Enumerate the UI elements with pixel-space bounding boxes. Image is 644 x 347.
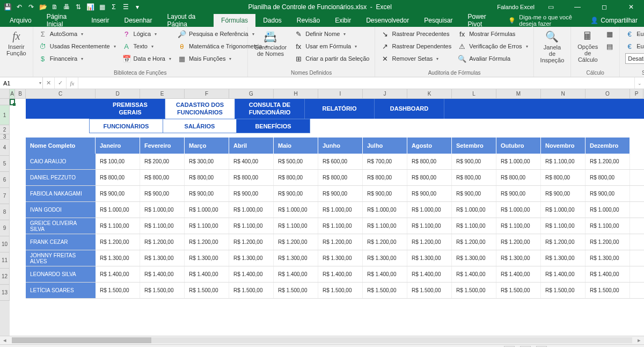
- calc-options-button[interactable]: 🖩 Opções de Cálculo: [574, 28, 601, 69]
- column-header-P[interactable]: P: [630, 89, 643, 99]
- lib-data-e-hora-button[interactable]: 📅Data e Hora▾: [120, 53, 173, 64]
- data-cell[interactable]: R$ 1.000,00: [363, 202, 407, 218]
- ribbon-tab-layout-da-página[interactable]: Layout da Página: [160, 14, 214, 27]
- data-cell[interactable]: R$ 1.200,00: [96, 234, 140, 250]
- ribbon-tab-pesquisar[interactable]: Pesquisar: [416, 14, 460, 27]
- employee-name-cell[interactable]: DANIEL PEZZUTO: [26, 170, 96, 185]
- maximize-icon[interactable]: ◻: [594, 0, 615, 14]
- employee-name-cell[interactable]: GREICE OLIVEIRA SILVA: [26, 218, 96, 234]
- data-cell[interactable]: R$ 1.500,00: [586, 283, 630, 298]
- data-cell[interactable]: R$ 1.100,00: [586, 218, 630, 234]
- employee-name-cell[interactable]: LETÍCIA SOARES: [26, 283, 96, 298]
- data-cell[interactable]: R$ 800,00: [274, 170, 318, 185]
- qat-pivot-icon[interactable]: ▦: [97, 2, 107, 12]
- names-usar-em-fórmula-button[interactable]: fxUsar em Fórmula▾: [292, 40, 371, 52]
- row-header-[interactable]: [0, 99, 10, 105]
- main-nav-button[interactable]: CADASTRO DOSFUNCIONÁRIOS: [165, 99, 235, 119]
- data-cell[interactable]: R$ 1.200,00: [452, 234, 496, 250]
- ribbon-tab-dados[interactable]: Dados: [255, 14, 289, 27]
- select-all-corner[interactable]: [0, 89, 10, 99]
- ribbon-tab-desenhar[interactable]: Desenhar: [117, 14, 160, 27]
- share-button[interactable]: 👤Compartilhar: [584, 14, 644, 27]
- data-cell[interactable]: R$ 800,00: [318, 170, 363, 185]
- euro-conversion-button[interactable]: €Euro Conversion: [623, 28, 644, 40]
- data-cell[interactable]: R$ 200,00: [140, 154, 185, 169]
- data-cell[interactable]: R$ 1.400,00: [96, 266, 140, 282]
- ribbon-tab-exibir[interactable]: Exibir: [327, 14, 358, 27]
- lib-texto-button[interactable]: ATexto▾: [120, 40, 173, 52]
- audit-button[interactable]: ⚠Verificação de Erros▾: [456, 40, 530, 52]
- table-header-cell[interactable]: Junho: [318, 138, 363, 154]
- sub-nav-button[interactable]: FUNCIONÁRIOS: [89, 119, 163, 133]
- data-cell[interactable]: R$ 1.500,00: [185, 283, 229, 298]
- audit-button[interactable]: ↗Rastrear Dependentes: [378, 40, 453, 52]
- table-header-cell[interactable]: Abril: [229, 138, 274, 154]
- column-header-I[interactable]: I: [318, 89, 363, 99]
- names-definir-nome-button[interactable]: ✎Definir Nome▾: [292, 28, 371, 40]
- tell-me-search[interactable]: 💡Diga-me o que você deseja fazer: [508, 14, 584, 27]
- table-header-cell[interactable]: Dezembro: [586, 138, 630, 154]
- names-criar-a-partir-da-seleção-button[interactable]: ⊞Criar a partir da Seleção: [292, 53, 371, 64]
- data-cell[interactable]: R$ 1.500,00: [363, 283, 407, 298]
- data-cell[interactable]: R$ 1.000,00: [407, 202, 452, 218]
- data-cell[interactable]: R$ 900,00: [586, 186, 630, 201]
- data-cell[interactable]: R$ 800,00: [407, 154, 452, 169]
- data-cell[interactable]: R$ 900,00: [407, 186, 452, 201]
- ribbon-tab-revisão[interactable]: Revisão: [289, 14, 327, 27]
- qat-chart-icon[interactable]: 📊: [85, 2, 96, 12]
- row-header-8[interactable]: 8: [0, 204, 10, 220]
- qat-more-icon[interactable]: ▾: [132, 2, 143, 12]
- data-cell[interactable]: R$ 900,00: [140, 186, 185, 201]
- data-cell[interactable]: R$ 1.100,00: [140, 218, 185, 234]
- data-cell[interactable]: R$ 1.400,00: [140, 266, 185, 282]
- ribbon-tab-arquivo[interactable]: Arquivo: [2, 14, 39, 27]
- qat-open-icon[interactable]: 📂: [38, 2, 48, 12]
- row-header-13[interactable]: 13: [0, 285, 10, 301]
- scroll-right-icon[interactable]: ▸: [634, 336, 644, 344]
- data-cell[interactable]: R$ 1.000,00: [496, 154, 541, 169]
- employee-name-cell[interactable]: JOHNNY FREITAS ALVES: [26, 250, 96, 266]
- column-header-E[interactable]: E: [140, 89, 185, 99]
- data-cell[interactable]: R$ 1.100,00: [318, 218, 363, 234]
- data-cell[interactable]: R$ 900,00: [541, 186, 586, 201]
- scroll-left-icon[interactable]: ◂: [0, 336, 10, 344]
- ribbon-tab-desenvolvedor[interactable]: Desenvolvedor: [358, 14, 416, 27]
- data-cell[interactable]: R$ 1.300,00: [96, 250, 140, 266]
- employee-name-cell[interactable]: IVAN GODOI: [26, 202, 96, 218]
- data-cell[interactable]: R$ 1.000,00: [96, 202, 140, 218]
- data-cell[interactable]: R$ 1.000,00: [229, 202, 274, 218]
- data-cell[interactable]: R$ 1.400,00: [318, 266, 363, 282]
- data-cell[interactable]: R$ 1.200,00: [274, 234, 318, 250]
- lib-lógica-button[interactable]: ?Lógica▾: [120, 28, 173, 40]
- lib-autosoma-button[interactable]: ΣAutoSoma▾: [36, 28, 118, 40]
- data-cell[interactable]: R$ 1.200,00: [586, 234, 630, 250]
- data-cell[interactable]: R$ 1.400,00: [407, 266, 452, 282]
- data-cell[interactable]: R$ 1.200,00: [185, 234, 229, 250]
- data-cell[interactable]: R$ 900,00: [229, 186, 274, 201]
- data-cell[interactable]: R$ 1.500,00: [318, 283, 363, 298]
- data-cell[interactable]: R$ 1.000,00: [586, 202, 630, 218]
- data-cell[interactable]: R$ 900,00: [363, 186, 407, 201]
- data-cell[interactable]: R$ 1.500,00: [274, 283, 318, 298]
- qat-save-icon[interactable]: 💾: [2, 2, 13, 12]
- minimize-icon[interactable]: —: [567, 0, 588, 14]
- data-cell[interactable]: R$ 1.000,00: [140, 202, 185, 218]
- data-cell[interactable]: R$ 1.500,00: [541, 283, 586, 298]
- table-header-cell[interactable]: Janeiro: [96, 138, 140, 154]
- data-cell[interactable]: R$ 1.300,00: [496, 250, 541, 266]
- row-header-9[interactable]: 9: [0, 220, 10, 236]
- data-cell[interactable]: R$ 1.100,00: [452, 218, 496, 234]
- column-header-L[interactable]: L: [452, 89, 496, 99]
- data-cell[interactable]: R$ 1.300,00: [363, 250, 407, 266]
- data-cell[interactable]: R$ 1.200,00: [586, 154, 630, 169]
- close-icon[interactable]: ✕: [620, 0, 642, 14]
- name-box[interactable]: A1 ▾: [0, 77, 43, 89]
- data-cell[interactable]: R$ 1.300,00: [541, 250, 586, 266]
- row-header-11[interactable]: 11: [0, 252, 10, 269]
- sub-nav-button[interactable]: SALÁRIOS: [163, 119, 237, 133]
- data-cell[interactable]: R$ 1.400,00: [496, 266, 541, 282]
- data-cell[interactable]: R$ 400,00: [229, 154, 274, 169]
- table-header-cell[interactable]: Fevereiro: [140, 138, 185, 154]
- data-cell[interactable]: R$ 1.500,00: [229, 283, 274, 298]
- audit-button[interactable]: ↘Rastrear Precedentes: [378, 28, 453, 40]
